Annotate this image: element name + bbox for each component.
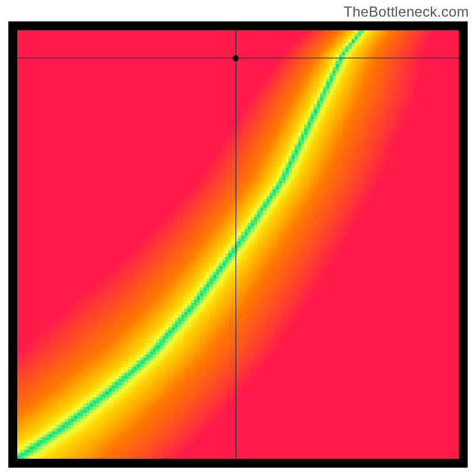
watermark-label: TheBottleneck.com: [343, 4, 469, 20]
chart-root: TheBottleneck.com: [0, 0, 476, 476]
chart-frame: [8, 21, 468, 468]
chart-plot-area: [17, 30, 459, 459]
crosshair-marker: [233, 55, 239, 61]
heatmap-canvas: [17, 30, 459, 459]
crosshair-vertical: [236, 30, 236, 459]
